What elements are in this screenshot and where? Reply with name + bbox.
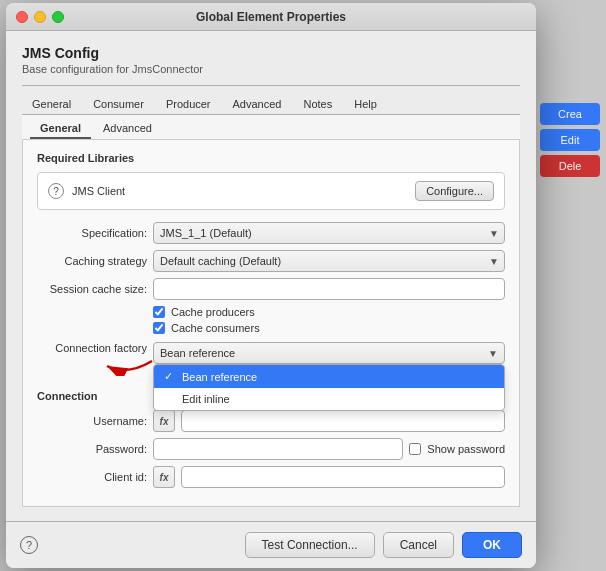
bottom-buttons: Test Connection... Cancel OK [245,532,522,558]
create-button[interactable]: Crea [540,103,600,125]
caching-strategy-row: Caching strategy Default caching (Defaul… [37,250,505,272]
caching-strategy-select[interactable]: Default caching (Default) [153,250,505,272]
username-fx-icon[interactable]: fx [153,410,175,432]
dropdown-item-edit-inline[interactable]: Edit inline [154,388,504,410]
ok-button[interactable]: OK [462,532,522,558]
connection-factory-selected: Bean reference [160,347,235,359]
client-id-label: Client id: [37,471,147,483]
tab-advanced[interactable]: Advanced [223,94,292,114]
bottom-bar: ? Test Connection... Cancel OK [6,521,536,568]
cache-consumers-checkbox[interactable] [153,322,165,334]
tab-producer[interactable]: Producer [156,94,221,114]
client-id-fx-icon[interactable]: fx [153,466,175,488]
session-cache-size-row: Session cache size: [37,278,505,300]
username-input[interactable] [181,410,505,432]
dialog-subtitle: Base configuration for JmsConnector [22,63,520,75]
cache-consumers-label: Cache consumers [171,322,260,334]
close-button[interactable] [16,11,28,23]
cache-consumers-row: Cache consumers [153,322,505,334]
caching-strategy-label: Caching strategy [37,255,147,267]
dialog-window: Global Element Properties JMS Config Bas… [6,3,536,568]
checkmark-icon: ✓ [164,370,176,383]
caching-strategy-select-wrapper: Default caching (Default) ▼ [153,250,505,272]
test-connection-button[interactable]: Test Connection... [245,532,375,558]
specification-row: Specification: JMS_1_1 (Default) ▼ [37,222,505,244]
password-input[interactable] [153,438,403,460]
jms-client-help-icon[interactable]: ? [48,183,64,199]
title-bar: Global Element Properties [6,3,536,31]
password-row: Password: Show password [37,438,505,460]
connection-factory-container: Connection factory Bean reference ▼ ✓ Be… [37,342,505,364]
session-cache-size-label: Session cache size: [37,283,147,295]
edit-button[interactable]: Edit [540,129,600,151]
connection-factory-dropdown[interactable]: Bean reference ▼ ✓ Bean reference [153,342,505,364]
cache-producers-label: Cache producers [171,306,255,318]
cache-producers-checkbox[interactable] [153,306,165,318]
connection-factory-menu: ✓ Bean reference Edit inline [153,364,505,411]
bottom-left: ? [20,536,38,554]
maximize-button[interactable] [52,11,64,23]
required-libraries-label: Required Libraries [37,152,505,164]
subtab-general[interactable]: General [30,119,91,139]
dropdown-item-bean-reference[interactable]: ✓ Bean reference [154,365,504,388]
subtab-bar: General Advanced [22,115,520,140]
dropdown-item-bean-reference-label: Bean reference [182,371,257,383]
delete-button[interactable]: Dele [540,155,600,177]
client-id-input[interactable] [181,466,505,488]
cancel-button[interactable]: Cancel [383,532,454,558]
help-icon[interactable]: ? [20,536,38,554]
tab-notes[interactable]: Notes [293,94,342,114]
username-label: Username: [37,415,147,427]
window-title: Global Element Properties [196,10,346,24]
right-side-panel: Crea Edit Dele [540,103,600,568]
username-row: Username: fx [37,410,505,432]
tab-help[interactable]: Help [344,94,387,114]
cache-producers-row: Cache producers [153,306,505,318]
show-password-label: Show password [427,443,505,455]
tab-general[interactable]: General [22,94,81,114]
window-body: JMS Config Base configuration for JmsCon… [6,31,536,521]
show-password-checkbox[interactable] [409,443,421,455]
configure-button[interactable]: Configure... [415,181,494,201]
minimize-button[interactable] [34,11,46,23]
arrow-indicator [97,346,157,379]
specification-select[interactable]: JMS_1_1 (Default) [153,222,505,244]
dialog-title: JMS Config [22,45,520,61]
password-label: Password: [37,443,147,455]
show-password-row: Show password [409,443,505,455]
traffic-lights [16,11,64,23]
tab-consumer[interactable]: Consumer [83,94,154,114]
jms-client-row: ? JMS Client Configure... [48,181,494,201]
content-area: Required Libraries ? JMS Client Configur… [22,140,520,507]
tab-bar: General Consumer Producer Advanced Notes… [22,94,520,115]
client-id-row: Client id: fx [37,466,505,488]
dialog-header: JMS Config Base configuration for JmsCon… [22,45,520,75]
divider [22,85,520,86]
specification-select-wrapper: JMS_1_1 (Default) ▼ [153,222,505,244]
subtab-advanced[interactable]: Advanced [93,119,162,139]
specification-label: Specification: [37,227,147,239]
jms-client-label: JMS Client [72,185,407,197]
required-libraries-section: ? JMS Client Configure... [37,172,505,210]
connection-factory-trigger[interactable]: Bean reference ▼ [153,342,505,364]
dropdown-item-edit-inline-label: Edit inline [182,393,230,405]
session-cache-size-input[interactable] [153,278,505,300]
connection-factory-arrow-icon: ▼ [488,348,498,359]
